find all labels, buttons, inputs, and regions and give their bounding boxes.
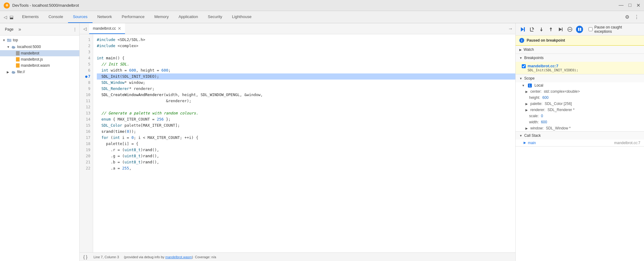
deactivate-breakpoints-btn[interactable] bbox=[566, 26, 573, 33]
scope-val-width: 600 bbox=[540, 120, 547, 124]
call-stack-header[interactable]: ▼ Call Stack bbox=[516, 132, 644, 140]
tab-application[interactable]: Application bbox=[174, 11, 203, 23]
svg-marker-17 bbox=[559, 28, 562, 31]
code-line-10: SDL_CreateWindowAndRenderer(width, heigh… bbox=[97, 92, 515, 98]
line-num-7[interactable]: 7 bbox=[80, 73, 90, 80]
tree-item-localhost[interactable]: ▼ localhost:5000 bbox=[0, 43, 79, 50]
code-line-21: .b = (uint8_t)rand(), bbox=[97, 159, 515, 165]
tree-item-mandelbrot-js[interactable]: mandelbrot.js bbox=[0, 56, 79, 62]
line-num-5: 5 bbox=[80, 61, 90, 67]
page-tab[interactable]: Page bbox=[2, 26, 16, 33]
resume-btn[interactable] bbox=[519, 26, 526, 33]
editor-back-btn[interactable]: ◁ bbox=[81, 23, 89, 34]
call-stack-item-main[interactable]: main mandelbrot.cc:7 bbox=[516, 140, 644, 146]
breakpoint-info: mandelbrot.cc:7 SDL_Init(SDL_INIT_VIDEO)… bbox=[528, 64, 578, 72]
line-num-18: 18 bbox=[80, 141, 90, 147]
line-num-2: 2 bbox=[80, 43, 90, 49]
devtools-icon: ⚙ bbox=[4, 2, 10, 9]
scope-local-group[interactable]: ▼ L Local bbox=[516, 82, 644, 88]
breakpoint-checkbox-1[interactable] bbox=[522, 64, 526, 68]
line-numbers: 1 2 3 4 5 6 7 8 9 10 11 12 13 14 15 16 1… bbox=[80, 34, 93, 252]
debugger-toolbar: Pause on caught exceptions bbox=[516, 23, 644, 35]
center-expand-arrow[interactable]: ▶ bbox=[525, 90, 528, 93]
wasm-link[interactable]: mandelbrot.wasm bbox=[165, 255, 192, 259]
pause-btn[interactable] bbox=[576, 26, 583, 33]
code-line-20: .g = (uint8_t)rand(), bbox=[97, 153, 515, 159]
tab-security[interactable]: Security bbox=[203, 11, 227, 23]
more-icon[interactable]: ⋮ bbox=[633, 13, 640, 21]
svg-rect-22 bbox=[580, 28, 581, 31]
breakpoints-header[interactable]: ▼ Breakpoints bbox=[516, 54, 644, 62]
tab-network[interactable]: Network bbox=[93, 11, 117, 23]
coverage-text: Coverage: n/a bbox=[195, 255, 216, 259]
left-top: Page » ⋮ bbox=[0, 23, 79, 35]
step-into-btn[interactable] bbox=[538, 26, 545, 33]
status-bar: { } Line 7, Column 3 (provided via debug… bbox=[80, 252, 515, 261]
svg-point-7 bbox=[13, 71, 15, 73]
scope-item-scale: scale: 0 bbox=[516, 113, 644, 119]
format-btn[interactable]: → bbox=[508, 26, 513, 32]
status-position: Line 7, Column 3 bbox=[93, 255, 119, 259]
tab-elements[interactable]: Elements bbox=[17, 11, 44, 23]
pause-on-exceptions-checkbox[interactable] bbox=[589, 27, 593, 31]
code-line-4: int main() { bbox=[97, 55, 515, 61]
svg-rect-1 bbox=[7, 39, 9, 39]
scope-header[interactable]: ▼ Scope bbox=[516, 74, 644, 82]
tab-memory[interactable]: Memory bbox=[150, 11, 174, 23]
tabbar-right: ⚙ ⋮ bbox=[624, 11, 644, 23]
step-out-btn[interactable] bbox=[548, 26, 554, 33]
scope-item-palette: ▶ palette: SDL_Color [256] bbox=[516, 101, 644, 107]
tab-console[interactable]: Console bbox=[44, 11, 68, 23]
svg-rect-21 bbox=[578, 28, 579, 31]
scope-val-renderer: SDL_Renderer * bbox=[547, 108, 574, 112]
tab-lighthouse[interactable]: Lighthouse bbox=[227, 11, 256, 23]
tree-item-mandelbrot[interactable]: mandelbrot bbox=[0, 50, 79, 56]
step-btn[interactable] bbox=[557, 26, 563, 33]
settings-icon[interactable]: ⚙ bbox=[624, 13, 631, 21]
left-panel-more[interactable]: ⋮ bbox=[73, 27, 77, 32]
renderer-expand-arrow[interactable]: ▶ bbox=[525, 108, 528, 112]
scope-item-renderer: ▶ renderer: SDL_Renderer * bbox=[516, 107, 644, 113]
maximize-button[interactable]: □ bbox=[628, 2, 631, 8]
titlebar-controls[interactable]: — □ ✕ bbox=[619, 2, 640, 8]
call-stack-file: mandelbrot.cc:7 bbox=[614, 141, 640, 145]
step-over-btn[interactable] bbox=[529, 26, 535, 33]
line-num-20: 20 bbox=[80, 153, 90, 159]
editor-tab-mandelbrot-cc[interactable]: mandelbrot.cc ✕ bbox=[89, 23, 125, 34]
minimize-button[interactable]: — bbox=[619, 2, 623, 8]
watch-header[interactable]: ▶ Watch bbox=[516, 46, 644, 54]
more-tabs-btn[interactable]: » bbox=[17, 26, 22, 33]
svg-marker-23 bbox=[524, 142, 526, 144]
code-line-13: // Generate a palette with random colour… bbox=[97, 110, 515, 116]
window-expand-arrow[interactable]: ▶ bbox=[525, 127, 528, 130]
palette-expand-arrow[interactable]: ▶ bbox=[525, 102, 528, 106]
scope-key-center: center: bbox=[530, 89, 542, 94]
editor-tab-close[interactable]: ✕ bbox=[118, 26, 121, 31]
close-button[interactable]: ✕ bbox=[636, 2, 640, 8]
scope-item-height: height: 600 bbox=[516, 95, 644, 101]
line-num-16: 16 bbox=[80, 129, 90, 135]
scope-key-width: width: bbox=[529, 120, 539, 124]
code-line-22: .a = 255, bbox=[97, 165, 515, 171]
info-icon: i bbox=[519, 38, 524, 43]
titlebar: ⚙ DevTools - localhost:5000/mandelbrot —… bbox=[0, 0, 644, 11]
line-num-10: 10 bbox=[80, 92, 90, 98]
line-num-1: 1 bbox=[80, 37, 90, 43]
tab-sources[interactable]: Sources bbox=[68, 11, 93, 23]
devtools-back-icon[interactable]: ◁ bbox=[2, 15, 8, 20]
pause-on-exceptions-label[interactable]: Pause on caught exceptions bbox=[586, 25, 640, 34]
format-braces[interactable]: { } bbox=[83, 255, 87, 259]
svg-point-4 bbox=[13, 46, 15, 48]
breakpoints-arrow: ▼ bbox=[519, 56, 522, 60]
code-content[interactable]: #include <SDL2/SDL.h> #include <complex>… bbox=[93, 34, 515, 252]
tab-performance[interactable]: Performance bbox=[117, 11, 149, 23]
tree-item-mandelbrot-wasm[interactable]: mandelbrot.wasm bbox=[0, 62, 79, 69]
titlebar-left: ⚙ DevTools - localhost:5000/mandelbrot bbox=[4, 2, 79, 9]
tree-label-mandelbrot: mandelbrot bbox=[21, 51, 39, 55]
tree-item-top[interactable]: ▼ top bbox=[0, 37, 79, 43]
tree-item-file[interactable]: ▶ file:// bbox=[0, 69, 79, 75]
tree-arrow-top: ▼ bbox=[2, 39, 7, 42]
devtools-dock-icon[interactable]: ⬓ bbox=[8, 15, 15, 20]
file-icon-mandelbrot-wasm bbox=[16, 63, 20, 68]
scope-val-height: 600 bbox=[541, 95, 548, 100]
